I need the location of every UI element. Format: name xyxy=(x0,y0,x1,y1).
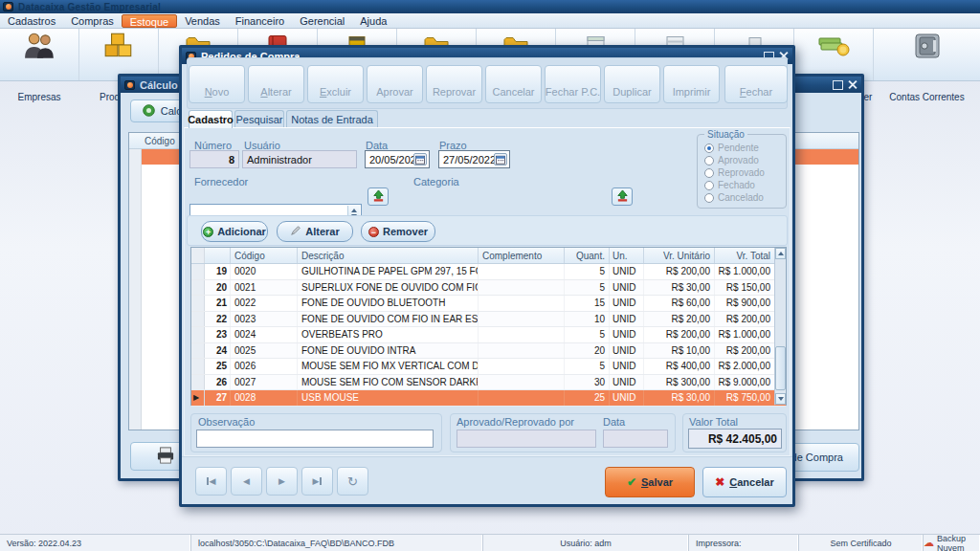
row-gutter xyxy=(191,390,205,406)
menu-compras[interactable]: Compras xyxy=(63,14,122,28)
salvar-button[interactable]: ✔ Salvar xyxy=(605,467,695,497)
table-row[interactable]: 22 0023 FONE DE OUVIDO COM FIO IN EAR ES… xyxy=(191,312,786,328)
alterar-button[interactable]: Alterar xyxy=(248,65,304,103)
toolbar-produtos[interactable]: Produtos xyxy=(79,29,159,80)
aprovar-button[interactable]: Aprovar xyxy=(367,65,423,103)
col-descricao[interactable]: Descrição xyxy=(298,248,479,263)
close-icon[interactable] xyxy=(847,80,858,89)
menu-financeiro[interactable]: Financeiro xyxy=(228,14,292,28)
valor-total-field: R$ 42.405,00 xyxy=(688,429,782,449)
tab-pesquisar[interactable]: Pesquisar xyxy=(234,110,284,127)
radio-pendente[interactable]: Pendente xyxy=(704,143,759,153)
calc-grid-gutter xyxy=(129,149,142,430)
menu-cadastros[interactable]: Cadastros xyxy=(0,14,63,28)
remover-button[interactable]: −Remover xyxy=(361,221,435,242)
col-quant[interactable]: Quant. xyxy=(565,248,610,263)
status-certificado: Sem Certificado xyxy=(799,535,924,551)
numero-field: 8 xyxy=(189,150,239,168)
lookup-icon xyxy=(616,188,629,206)
table-row[interactable]: 25 0026 MOUSE SEM FIO MX VERTICAL COM DE… xyxy=(191,359,786,375)
col-codigo: Código xyxy=(129,136,175,146)
calendar-icon[interactable] xyxy=(413,153,427,165)
data-field[interactable]: 20/05/2022 xyxy=(365,150,430,168)
status-banco: localhost/3050:C:\Datacaixa_FAQ\BD\BANCO… xyxy=(191,535,483,551)
status-backup[interactable]: ☁ Backup Nuvem xyxy=(924,535,980,551)
scroll-down-icon[interactable] xyxy=(775,393,786,405)
tab-cadastro[interactable]: Cadastro xyxy=(189,110,233,128)
categoria-label: Categoria xyxy=(413,176,459,187)
fechar-pc-button[interactable]: Fechar P.C. xyxy=(545,65,601,103)
table-row[interactable]: 23 0024 OVERBEATS PRO 5 UNID R$ 200,00 R… xyxy=(191,327,786,343)
excluir-button[interactable]: Excluir xyxy=(307,65,364,103)
menu-ajuda[interactable]: Ajuda xyxy=(352,14,394,28)
table-header: Código Descrição Complemento Quant. Un. … xyxy=(191,248,786,264)
usuario-field: Administrador xyxy=(242,150,357,168)
nav-first-button[interactable]: ◀ xyxy=(195,467,227,496)
table-row[interactable]: 20 0021 SUPERLUX FONE DE OUVIDO COM FIO … xyxy=(191,280,786,297)
radio-aprovado[interactable]: Aprovado xyxy=(704,155,759,165)
x-icon: ✖ xyxy=(715,475,724,489)
cancelar-pc-button[interactable]: Cancelar xyxy=(485,65,542,103)
radio-cancelado[interactable]: Cancelado xyxy=(704,192,764,203)
cancelar-button[interactable]: ✖ Cancelar xyxy=(702,467,787,497)
table-row[interactable]: 27 0028 USB MOUSE 25 UNID R$ 30,00 R$ 75… xyxy=(191,390,786,407)
calendar-icon[interactable] xyxy=(494,153,507,165)
people-icon xyxy=(23,32,56,64)
novo-button[interactable]: Novo xyxy=(189,65,245,103)
toolbar-contas-correntes[interactable]: Contas Correntes xyxy=(874,29,980,80)
row-gutter xyxy=(191,312,205,327)
scrollbar-thumb[interactable] xyxy=(775,346,786,390)
app-icon xyxy=(3,2,13,11)
nav-next-button[interactable]: ▶ xyxy=(266,467,298,496)
adicionar-button[interactable]: +Adicionar xyxy=(201,221,268,242)
main-window: Datacaixa Gestão Empresarial Cadastros C… xyxy=(0,0,980,551)
aprovado-data-label: Data xyxy=(603,416,625,428)
col-vr-total[interactable]: Vr. Total xyxy=(715,248,775,263)
duplicar-button[interactable]: Duplicar xyxy=(604,65,660,103)
categoria-lookup-button[interactable] xyxy=(612,187,633,206)
toolbar-contas-a-receber[interactable]: Contas a Receber xyxy=(794,29,874,80)
row-gutter xyxy=(191,343,205,359)
reprovar-button[interactable]: Reprovar xyxy=(426,65,482,103)
col-un[interactable]: Un. xyxy=(610,248,644,263)
table-row[interactable]: 26 0027 MOUSE SEM FIO COM SENSOR DARKFIE… xyxy=(191,375,786,391)
statusbar: Versão: 2022.04.23 localhost/3050:C:\Dat… xyxy=(0,534,980,551)
nav-prev-button[interactable]: ◀ xyxy=(231,467,262,496)
prazo-field[interactable]: 27/05/2022 xyxy=(438,150,510,168)
vertical-scrollbar[interactable] xyxy=(774,248,786,405)
fornecedor-label: Fornecedor xyxy=(194,176,248,187)
valor-total-label: Valor Total xyxy=(689,416,738,428)
table-row[interactable]: 19 0020 GUILHOTINA DE PAPEL GPM 297, 15 … xyxy=(191,264,786,280)
refresh-button[interactable]: ↻ xyxy=(337,467,368,496)
menu-gerencial[interactable]: Gerencial xyxy=(292,14,352,28)
fornecedor-lookup-button[interactable] xyxy=(368,187,389,206)
alterar-item-button[interactable]: Alterar xyxy=(277,221,353,242)
col-complemento[interactable]: Complemento xyxy=(479,248,565,263)
table-row[interactable]: 24 0025 FONE DE OUVIDO INTRA 20 UNID R$ … xyxy=(191,343,786,360)
cloud-icon: ☁ xyxy=(924,537,934,549)
menu-estoque[interactable]: Estoque xyxy=(122,14,177,28)
table-row[interactable]: 21 0022 FONE DE OUVIDO BLUETOOTH 15 UNID… xyxy=(191,296,786,312)
window-icon xyxy=(124,80,135,90)
row-gutter xyxy=(191,280,205,296)
radio-reprovado[interactable]: Reprovado xyxy=(704,167,765,178)
tab-notas-entrada[interactable]: Notas de Entrada xyxy=(286,110,378,127)
scroll-up-icon[interactable] xyxy=(775,248,786,259)
aprovado-label: Aprovado/Reprovado por xyxy=(457,416,574,428)
fechar-button[interactable]: Fechar xyxy=(724,65,788,103)
radio-fechado[interactable]: Fechado xyxy=(704,180,755,190)
col-codigo[interactable]: Código xyxy=(231,248,298,263)
status-versao: Versão: 2022.04.23 xyxy=(0,535,191,551)
toolbar-empresas[interactable]: Empresas xyxy=(0,29,79,80)
next-icon: ▶ xyxy=(278,476,285,486)
pedidos-compra-dialog: Pedidos de Compra Novo Alterar Excluir A… xyxy=(179,45,795,507)
maximize-icon[interactable] xyxy=(832,80,842,89)
col-rownum xyxy=(205,248,231,263)
menu-vendas[interactable]: Vendas xyxy=(177,14,228,28)
situacao-label: Situação xyxy=(704,129,747,140)
observacao-input[interactable] xyxy=(196,430,434,448)
nav-last-button[interactable]: ▶ xyxy=(301,467,333,496)
imprimir-button[interactable]: Imprimir xyxy=(663,65,720,103)
col-vr-unitario[interactable]: Vr. Unitário xyxy=(644,248,715,263)
radio-icon xyxy=(704,168,714,178)
